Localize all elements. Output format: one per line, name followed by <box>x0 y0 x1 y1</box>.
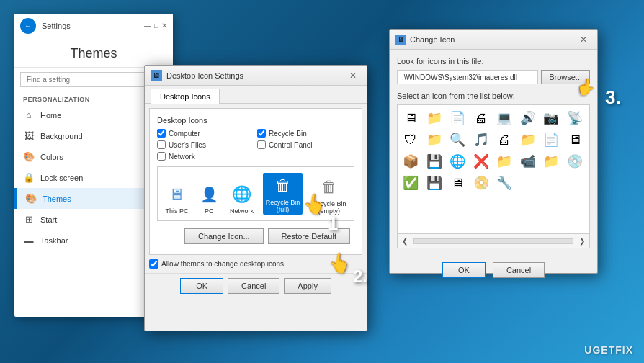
icon-grid-item-10[interactable]: 🔍 <box>447 130 468 150</box>
change-icon-grid: 🖥📁📄🖨💻🔊📷📡🛡📁🔍🎵🖨📁📄🖥📦💾🌐❌📁📹📁💿✅💾🖥📀🔧 <box>397 104 590 234</box>
checkbox-users-files[interactable]: User's Files <box>157 140 254 149</box>
scroll-bar[interactable] <box>413 238 573 244</box>
icon-preview-this-pc[interactable]: 🖥 This PC <box>165 183 188 215</box>
icon-preview-pc[interactable]: 👤 PC <box>197 183 220 215</box>
change-icon-bottom-btns: OK Cancel <box>390 256 597 284</box>
icon-grid-item-25[interactable]: 💾 <box>424 173 444 193</box>
icon-grid-item-22[interactable]: 📁 <box>541 151 561 171</box>
icon-grid-item-23[interactable]: 💿 <box>565 151 585 171</box>
minimize-icon[interactable]: — <box>144 22 151 30</box>
colors-icon: 🎨 <box>23 151 35 162</box>
icon-grid-item-3[interactable]: 🖨 <box>471 108 491 128</box>
desktop-icon-dialog-close[interactable]: ✕ <box>345 69 361 82</box>
icon-grid-item-4[interactable]: 💻 <box>494 108 514 128</box>
change-icon-cancel-button[interactable]: Cancel <box>493 262 545 278</box>
icon-grid-item-5[interactable]: 🔊 <box>518 108 538 128</box>
change-icon-close[interactable]: ✕ <box>576 33 591 46</box>
checkbox-computer-label: Computer <box>169 130 200 138</box>
change-icon-file-input[interactable] <box>397 70 538 84</box>
icon-grid-item-28[interactable]: 🔧 <box>494 173 514 193</box>
taskbar-icon: ▬ <box>23 235 35 246</box>
change-icon-button[interactable]: Change Icon... <box>184 228 264 244</box>
allow-themes-checkbox[interactable] <box>149 259 158 269</box>
network-icon: 🌐 <box>230 183 253 206</box>
checkbox-control-panel[interactable]: Control Panel <box>257 140 354 149</box>
recycle-empty-icon: 🗑 <box>318 176 341 199</box>
icon-grid-item-27[interactable]: 📀 <box>471 173 491 193</box>
checkbox-recycle-bin-input[interactable] <box>257 129 266 138</box>
step-1-label: 1 <box>328 212 338 235</box>
icon-grid-item-15[interactable]: 🖥 <box>565 130 585 150</box>
checkbox-recycle-bin[interactable]: Recycle Bin <box>257 129 354 138</box>
checkbox-control-panel-label: Control Panel <box>269 141 313 149</box>
icon-grid-item-19[interactable]: ❌ <box>471 151 491 171</box>
tab-desktop-icons[interactable]: Desktop Icons <box>151 89 220 104</box>
change-restore-btns: Change Icon... Restore Default <box>157 225 354 247</box>
dialog-tabs: Desktop Icons <box>145 86 367 104</box>
settings-back-button[interactable]: ← <box>20 18 36 34</box>
icon-preview-recycle-full[interactable]: 🗑 Recycle Bin(full) <box>263 173 303 215</box>
sidebar-item-label: Lock screen <box>40 174 83 182</box>
desktop-icon-dialog: 🖥 Desktop Icon Settings ✕ Desktop Icons … <box>144 65 367 331</box>
dialog-bottom-btns: OK Cancel Apply <box>145 273 367 298</box>
checkbox-users-files-input[interactable] <box>157 140 166 149</box>
icon-grid-item-26[interactable]: 🖥 <box>447 173 468 193</box>
scroll-left-icon[interactable]: ❮ <box>398 236 412 246</box>
icon-grid-item-11[interactable]: 🎵 <box>471 130 491 150</box>
icon-label-pc: PC <box>205 207 214 215</box>
icon-grid-item-12[interactable]: 🖨 <box>494 130 514 150</box>
checkbox-network[interactable]: Network <box>157 152 254 161</box>
icon-preview-network[interactable]: 🌐 Network <box>230 183 254 215</box>
apply-button[interactable]: Apply <box>284 278 331 294</box>
watermark: UGETFIX <box>584 344 633 356</box>
checkbox-control-panel-input[interactable] <box>257 140 266 149</box>
close-icon[interactable]: ✕ <box>161 22 167 30</box>
icon-grid-item-1[interactable]: 📁 <box>424 108 444 128</box>
checkbox-network-input[interactable] <box>157 152 166 161</box>
maximize-icon[interactable]: □ <box>154 22 158 30</box>
icon-grid-item-7[interactable]: 📡 <box>565 108 585 128</box>
icon-label-network: Network <box>230 207 254 215</box>
icon-grid-item-21[interactable]: 📹 <box>518 151 538 171</box>
icon-grid-item-17[interactable]: 💾 <box>424 151 444 171</box>
icon-grid-item-0[interactable]: 🖥 <box>401 108 421 128</box>
sidebar-item-label: Taskbar <box>40 236 68 245</box>
icon-grid-item-16[interactable]: 📦 <box>401 151 421 171</box>
checkbox-computer[interactable]: Computer <box>157 129 254 138</box>
desktop-icons-label: Desktop Icons <box>157 116 354 125</box>
checkbox-computer-input[interactable] <box>157 129 166 138</box>
icon-grid-item-8[interactable]: 🛡 <box>401 130 421 150</box>
icon-grid-item-18[interactable]: 🌐 <box>447 151 468 171</box>
allow-themes-check[interactable]: Allow themes to change desktop icons <box>145 259 367 273</box>
sidebar-item-label: Start <box>40 215 57 224</box>
recycle-full-icon: 🗑 <box>272 174 295 197</box>
desktop-icon-dialog-titlebar: 🖥 Desktop Icon Settings ✕ <box>145 66 367 86</box>
ok-button[interactable]: OK <box>180 278 223 294</box>
cancel-button[interactable]: Cancel <box>228 278 279 294</box>
allow-themes-label: Allow themes to change desktop icons <box>161 260 284 268</box>
icon-preview-recycle-empty[interactable]: 🗑 Recycle Bin(empty) <box>312 176 346 215</box>
change-icon-scrollbar: ❮ ❯ <box>397 234 590 248</box>
scroll-right-icon[interactable]: ❯ <box>575 236 589 246</box>
this-pc-icon: 🖥 <box>165 183 188 206</box>
icon-grid-item-24[interactable]: ✅ <box>401 173 421 193</box>
settings-title: Settings <box>42 22 71 30</box>
icon-label-this-pc: This PC <box>165 207 188 215</box>
themes-icon: 🎨 <box>25 193 37 204</box>
icon-grid-item-6[interactable]: 📷 <box>541 108 561 128</box>
change-icon-file-label: Look for icons in this file: <box>397 57 590 66</box>
change-icon-ok-button[interactable]: OK <box>442 262 486 278</box>
icon-grid-item-14[interactable]: 📄 <box>541 130 561 150</box>
icon-grid-item-13[interactable]: 📁 <box>518 130 538 150</box>
sidebar-item-label: Background <box>40 132 83 140</box>
step-2-label: 2. <box>353 266 367 287</box>
icon-grid-item-20[interactable]: 📁 <box>494 151 514 171</box>
icon-grid-item-9[interactable]: 📁 <box>424 130 444 150</box>
browse-button[interactable]: Browse... <box>541 70 590 84</box>
change-icon-select-label: Select an icon from the list below: <box>397 91 590 100</box>
change-icon-titlebar: 🖥 Change Icon ✕ <box>390 30 597 50</box>
change-icon-dialog: 🖥 Change Icon ✕ Look for icons in this f… <box>389 29 598 274</box>
icon-grid-item-2[interactable]: 📄 <box>447 108 468 128</box>
step-3-label: 3. <box>605 86 621 109</box>
checkbox-network-label: Network <box>169 153 195 161</box>
